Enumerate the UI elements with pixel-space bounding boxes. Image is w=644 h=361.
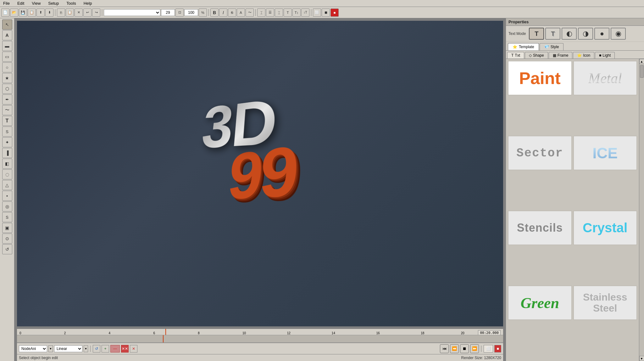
open-button[interactable]: 📂 <box>10 8 18 17</box>
new-button[interactable]: 📄 <box>1 8 9 17</box>
align-center[interactable]: ☰ <box>266 8 274 17</box>
ellipse-tool[interactable]: ○ <box>2 62 12 72</box>
timeline-color[interactable]: ■ <box>494 345 501 353</box>
redo-button[interactable]: ↪ <box>92 8 100 17</box>
sub-tab-frame[interactable]: ▦ Frame <box>549 52 573 59</box>
keyframe-delete-red[interactable]: ✕✕ <box>121 345 129 353</box>
style-metal-cell[interactable]: Metal <box>573 61 637 95</box>
text-tool-left[interactable]: A <box>2 30 12 40</box>
sub-tab-txt[interactable]: T Txt <box>507 52 524 59</box>
scroll-thumb[interactable] <box>640 65 644 78</box>
mode-outline-btn[interactable]: ◑ <box>578 28 593 40</box>
export-button[interactable]: ⬆ <box>36 8 45 17</box>
menu-view[interactable]: View <box>30 0 42 6</box>
copy-button[interactable]: ⎘ <box>57 8 65 17</box>
interp-expand[interactable]: ▼ <box>84 345 88 352</box>
text-color-button[interactable]: A <box>237 8 245 17</box>
percent-input[interactable]: 100 <box>184 9 198 16</box>
paste-button[interactable]: 📋 <box>66 8 74 17</box>
font-dropdown[interactable] <box>104 9 160 16</box>
keyframe-delete[interactable]: ✕ <box>130 345 137 353</box>
skip-back-btn[interactable]: ⏮ <box>440 344 449 353</box>
label-tool[interactable]: ▣ <box>2 223 12 233</box>
sub-tabs-row: T Txt ◇ Shape ▦ Frame ⭐ Icon ■ Light <box>506 51 644 59</box>
keyframe-remove[interactable]: — <box>110 345 120 353</box>
pen-tool[interactable]: ✒ <box>2 94 12 104</box>
mode-solid-btn[interactable]: T <box>529 28 544 40</box>
style-stencils-cell[interactable]: Stencils <box>508 211 572 245</box>
template-tab[interactable]: ⭐ Template <box>508 43 539 50</box>
sub-tab-icon[interactable]: ⭐ Icon <box>573 52 594 59</box>
status-bar: Select object begin edit Render Size: 12… <box>17 354 503 361</box>
contour-tool[interactable]: ▐ <box>2 148 12 158</box>
shadow-tool[interactable]: ◌ <box>2 169 12 179</box>
style-sector-cell[interactable]: Sector <box>508 136 572 170</box>
keyframe-add[interactable]: + <box>102 345 109 353</box>
interp-dropdown[interactable]: Linear <box>54 345 82 352</box>
strikethrough-button[interactable]: S <box>228 8 236 17</box>
style-paint-cell[interactable]: Paint <box>508 61 572 95</box>
viewport[interactable]: 99 3D <box>17 21 503 326</box>
menu-edit[interactable]: Edit <box>15 0 26 6</box>
zoom-tool[interactable]: ⊙ <box>2 234 12 244</box>
style-tab[interactable]: 💎 Style <box>540 43 564 50</box>
star-tool[interactable]: ★ <box>2 73 12 83</box>
rounded-rect-tool[interactable]: ▭ <box>2 52 12 62</box>
mode-invert-btn[interactable]: ◉ <box>611 28 626 40</box>
scroll-up-arrow[interactable]: ▲ <box>639 59 644 64</box>
delete-button[interactable]: ✕ <box>75 8 83 17</box>
sub-tab-shape[interactable]: ◇ Shape <box>525 52 548 59</box>
triangle-tool[interactable]: △ <box>2 180 12 190</box>
keyframe-refresh[interactable]: ↺ <box>93 345 100 353</box>
play-back-btn[interactable]: ⏪ <box>450 344 459 353</box>
sep-4 <box>255 9 256 16</box>
undo-button[interactable]: ↩ <box>83 8 92 17</box>
bevel-tool[interactable]: ◧ <box>2 159 12 169</box>
mode-expand[interactable]: ▼ <box>48 345 53 352</box>
play-btn[interactable]: ⏩ <box>470 344 479 353</box>
import-button[interactable]: ⬇ <box>45 8 53 17</box>
align-left[interactable]: ⌶ <box>257 8 265 17</box>
t-tool-1[interactable]: T <box>2 116 12 126</box>
scroll-down-arrow[interactable]: ▼ <box>639 356 644 361</box>
node-tool[interactable]: ✦ <box>2 137 12 147</box>
menu-setup[interactable]: Setup <box>46 0 61 6</box>
stop-btn[interactable]: ⏹ <box>460 344 469 353</box>
polygon-tool[interactable]: ⬡ <box>2 84 12 94</box>
t-tool-2[interactable]: S <box>2 127 12 137</box>
back-tool[interactable]: ↺ <box>2 244 12 254</box>
text-tool-3[interactable]: ↕T <box>301 8 309 17</box>
style-ice-cell[interactable]: ICE <box>573 136 637 170</box>
anim-mode-dropdown[interactable]: NodeAni <box>19 345 47 352</box>
style-green-cell[interactable]: Green <box>508 285 572 320</box>
text-tool-1[interactable]: T <box>284 8 292 17</box>
menu-help[interactable]: Help <box>82 0 94 6</box>
mode-back-btn[interactable]: ● <box>594 28 609 40</box>
align-right[interactable]: ⌶ <box>275 8 283 17</box>
menu-file[interactable]: File <box>1 0 12 6</box>
rect-tool[interactable]: ▬ <box>2 41 12 51</box>
select-tool[interactable]: ↖ <box>2 20 12 30</box>
wave-button[interactable]: 〜 <box>246 8 254 17</box>
freehand-tool[interactable]: 〜 <box>2 105 12 115</box>
rect2-tool[interactable]: ▪ <box>2 191 12 201</box>
timeline-settings[interactable]: ⬜ <box>484 345 493 353</box>
menu-tools[interactable]: Tools <box>64 0 78 6</box>
shape-2[interactable]: ◼ <box>322 8 330 17</box>
save-as-button[interactable]: 📋 <box>28 8 36 17</box>
style-crystal-cell[interactable]: Crystal <box>573 211 637 245</box>
mode-extrude-btn[interactable]: T <box>545 28 560 40</box>
text-tool-2[interactable]: T↕ <box>292 8 301 17</box>
spiral-tool[interactable]: S <box>2 212 12 222</box>
save-button[interactable]: 💾 <box>19 8 27 17</box>
ring-tool[interactable]: ◎ <box>2 201 12 212</box>
font-size-input[interactable]: 29 <box>161 9 175 16</box>
sep-3 <box>208 9 209 16</box>
shape-1[interactable]: ⬜ <box>313 8 321 17</box>
style-stainless-cell[interactable]: StainlessSteel <box>573 285 637 320</box>
bold-button[interactable]: B <box>210 8 219 17</box>
color-1[interactable]: ■ <box>330 8 339 17</box>
mode-half-btn[interactable]: ◐ <box>562 28 577 40</box>
italic-button[interactable]: I <box>219 8 227 17</box>
sub-tab-light[interactable]: ■ Light <box>595 52 615 59</box>
